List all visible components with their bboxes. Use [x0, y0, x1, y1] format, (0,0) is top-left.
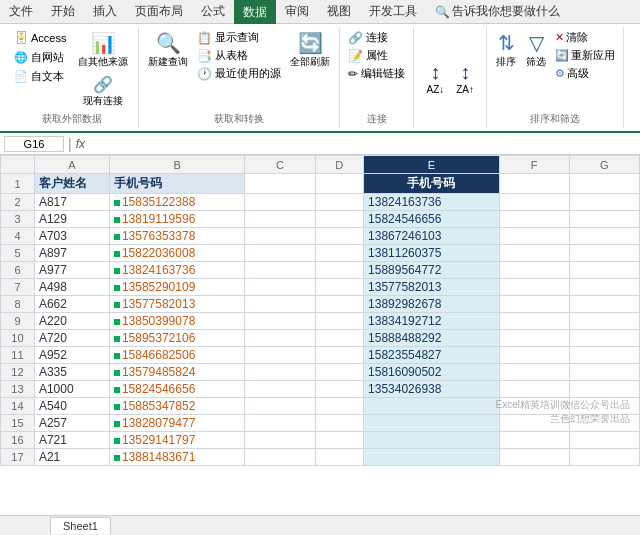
- cell-7g[interactable]: [569, 279, 639, 296]
- cell-17f[interactable]: [499, 449, 569, 466]
- cell-9g[interactable]: [569, 313, 639, 330]
- cell-2b[interactable]: 15835122388: [109, 194, 245, 211]
- cell-12a[interactable]: A335: [34, 364, 109, 381]
- cell-1e[interactable]: 手机号码: [364, 174, 500, 194]
- cell-12d[interactable]: [315, 364, 363, 381]
- cell-4e[interactable]: 13867246103: [364, 228, 500, 245]
- recent-sources-btn[interactable]: 🕐 最近使用的源: [195, 65, 283, 82]
- sort-btn[interactable]: ⇅ 排序: [493, 29, 519, 71]
- access-btn[interactable]: 🗄 Access: [12, 29, 68, 47]
- cell-16g[interactable]: [569, 432, 639, 449]
- cell-4b[interactable]: 13576353378: [109, 228, 245, 245]
- filter-btn[interactable]: ▽ 筛选: [523, 29, 549, 71]
- cell-10f[interactable]: [499, 330, 569, 347]
- cell-15b[interactable]: 13828079477: [109, 415, 245, 432]
- cell-2g[interactable]: [569, 194, 639, 211]
- new-query-btn[interactable]: 🔍 新建查询: [145, 29, 191, 71]
- tab-view[interactable]: 视图: [318, 0, 360, 23]
- tab-formula[interactable]: 公式: [192, 0, 234, 23]
- col-header-b[interactable]: B: [109, 156, 245, 174]
- refresh-all-btn[interactable]: 🔄 全部刷新: [287, 29, 333, 71]
- cell-5c[interactable]: [245, 245, 315, 262]
- tab-file[interactable]: 文件: [0, 0, 42, 23]
- cell-13b[interactable]: 15824546656: [109, 381, 245, 398]
- from-table-btn[interactable]: 📑 从表格: [195, 47, 283, 64]
- cell-4d[interactable]: [315, 228, 363, 245]
- cell-16a[interactable]: A721: [34, 432, 109, 449]
- cell-8a[interactable]: A662: [34, 296, 109, 313]
- cell-14a[interactable]: A540: [34, 398, 109, 415]
- cell-6b[interactable]: 13824163736: [109, 262, 245, 279]
- cell-reference[interactable]: G16: [4, 136, 64, 152]
- cell-13d[interactable]: [315, 381, 363, 398]
- cell-3e[interactable]: 15824546656: [364, 211, 500, 228]
- cell-15f[interactable]: [499, 415, 569, 432]
- cell-2f[interactable]: [499, 194, 569, 211]
- web-btn[interactable]: 🌐 自网站: [12, 49, 68, 66]
- cell-16e[interactable]: [364, 432, 500, 449]
- tab-home[interactable]: 开始: [42, 0, 84, 23]
- cell-8c[interactable]: [245, 296, 315, 313]
- cell-6e[interactable]: 15889564772: [364, 262, 500, 279]
- cell-4f[interactable]: [499, 228, 569, 245]
- cell-4c[interactable]: [245, 228, 315, 245]
- col-header-g[interactable]: G: [569, 156, 639, 174]
- cell-11d[interactable]: [315, 347, 363, 364]
- cell-10e[interactable]: 15888488292: [364, 330, 500, 347]
- cell-15e[interactable]: [364, 415, 500, 432]
- cell-1d[interactable]: [315, 174, 363, 194]
- cell-16c[interactable]: [245, 432, 315, 449]
- cell-14f[interactable]: [499, 398, 569, 415]
- cell-10d[interactable]: [315, 330, 363, 347]
- cell-17g[interactable]: [569, 449, 639, 466]
- cell-17c[interactable]: [245, 449, 315, 466]
- cell-2e[interactable]: 13824163736: [364, 194, 500, 211]
- cell-13a[interactable]: A1000: [34, 381, 109, 398]
- cell-9f[interactable]: [499, 313, 569, 330]
- tab-insert[interactable]: 插入: [84, 0, 126, 23]
- formula-input[interactable]: [89, 138, 636, 150]
- tab-data[interactable]: 数据: [234, 0, 276, 24]
- cell-16f[interactable]: [499, 432, 569, 449]
- cell-7f[interactable]: [499, 279, 569, 296]
- cell-17d[interactable]: [315, 449, 363, 466]
- cell-7d[interactable]: [315, 279, 363, 296]
- cell-11a[interactable]: A952: [34, 347, 109, 364]
- cell-8f[interactable]: [499, 296, 569, 313]
- cell-10g[interactable]: [569, 330, 639, 347]
- cell-12f[interactable]: [499, 364, 569, 381]
- cell-13e[interactable]: 13534026938: [364, 381, 500, 398]
- cell-15d[interactable]: [315, 415, 363, 432]
- cell-12b[interactable]: 13579485824: [109, 364, 245, 381]
- cell-8g[interactable]: [569, 296, 639, 313]
- cell-14e[interactable]: [364, 398, 500, 415]
- cell-10c[interactable]: [245, 330, 315, 347]
- cell-3c[interactable]: [245, 211, 315, 228]
- cell-14c[interactable]: [245, 398, 315, 415]
- cell-9a[interactable]: A220: [34, 313, 109, 330]
- cell-12e[interactable]: 15816090502: [364, 364, 500, 381]
- cell-3f[interactable]: [499, 211, 569, 228]
- cell-14g[interactable]: [569, 398, 639, 415]
- cell-2c[interactable]: [245, 194, 315, 211]
- cell-16b[interactable]: 13529141797: [109, 432, 245, 449]
- cell-11c[interactable]: [245, 347, 315, 364]
- cell-2a[interactable]: A817: [34, 194, 109, 211]
- cell-5b[interactable]: 15822036008: [109, 245, 245, 262]
- cell-7a[interactable]: A498: [34, 279, 109, 296]
- cell-9c[interactable]: [245, 313, 315, 330]
- cell-16d[interactable]: [315, 432, 363, 449]
- tab-developer[interactable]: 开发工具: [360, 0, 426, 23]
- cell-12c[interactable]: [245, 364, 315, 381]
- tab-review[interactable]: 审阅: [276, 0, 318, 23]
- col-header-e[interactable]: E: [364, 156, 500, 174]
- cell-3a[interactable]: A129: [34, 211, 109, 228]
- clear-btn[interactable]: ✕ 清除: [553, 29, 617, 46]
- cell-11e[interactable]: 15823554827: [364, 347, 500, 364]
- cell-13f[interactable]: [499, 381, 569, 398]
- cell-5e[interactable]: 13811260375: [364, 245, 500, 262]
- cell-1a[interactable]: 客户姓名: [34, 174, 109, 194]
- cell-1f[interactable]: [499, 174, 569, 194]
- text-btn[interactable]: 📄 自文本: [12, 68, 68, 85]
- sheet-tab-1[interactable]: Sheet1: [50, 517, 111, 534]
